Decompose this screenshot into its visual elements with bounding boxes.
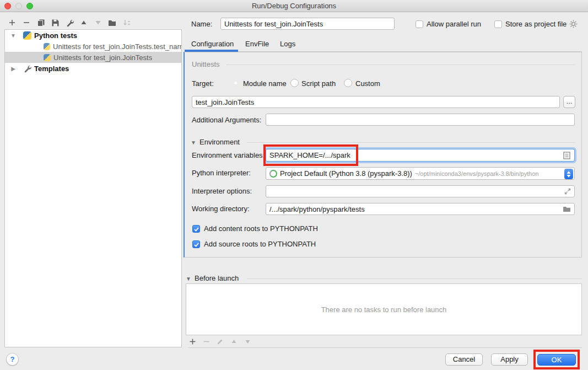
save-configuration-icon[interactable] [51, 18, 60, 27]
tree-item-templates[interactable]: ▶ Templates [5, 63, 181, 74]
section-separator [226, 65, 575, 65]
radio-script-path[interactable] [290, 79, 299, 87]
working-directory-input[interactable] [266, 203, 575, 215]
tree-item-label: Unittests for test_join.JoinTests [53, 53, 152, 62]
move-up-icon[interactable] [79, 18, 88, 27]
window-title: Run/Debug Configurations [0, 2, 588, 10]
add-task-icon[interactable] [188, 337, 197, 346]
module-name-input[interactable] [192, 96, 560, 108]
configurations-tree: ▼ Python tests Unittests for test_join.J… [4, 29, 182, 347]
add-source-roots-checkbox[interactable] [192, 240, 200, 248]
python-interpreter-path: ~/opt/miniconda3/envs/pyspark-3.8/bin/py… [415, 170, 539, 177]
tree-item-unittests-jointests-selected[interactable]: Unittests for test_join.JoinTests [5, 52, 181, 63]
python-test-icon [44, 43, 50, 50]
interpreter-options-input[interactable] [266, 185, 575, 197]
new-folder-icon[interactable] [108, 18, 117, 27]
section-separator [247, 142, 575, 143]
interpreter-options-label: Interpreter options: [192, 187, 252, 195]
radio-module-name-label[interactable]: Module name [243, 79, 287, 88]
sort-configurations-icon [122, 18, 131, 27]
move-task-down-icon [243, 337, 252, 346]
edit-templates-icon[interactable] [65, 18, 74, 27]
tab-configuration[interactable]: Configuration [191, 40, 234, 48]
expand-field-icon[interactable] [564, 188, 571, 195]
allow-parallel-run-label[interactable]: Allow parallel run [427, 20, 481, 28]
collapsed-arrow-icon[interactable]: ▶ [10, 66, 17, 72]
expanded-arrow-icon[interactable]: ▼ [10, 33, 17, 39]
before-launch-collapse-icon[interactable]: ▼ [186, 276, 191, 282]
radio-custom-label[interactable]: Custom [355, 79, 380, 88]
add-source-roots-label[interactable]: Add source roots to PYTHONPATH [204, 240, 316, 248]
title-bar: Run/Debug Configurations [0, 0, 588, 12]
python-interpreter-label: Python interpreter: [192, 169, 251, 177]
add-icon[interactable] [8, 18, 17, 27]
configurations-toolbar [8, 18, 131, 27]
remove-task-icon [202, 337, 211, 346]
tree-item-label: Python tests [34, 31, 77, 40]
tree-item-label: Templates [34, 65, 69, 73]
environment-section-title: Environment [199, 138, 240, 146]
before-launch-section-title: Before launch [195, 274, 239, 282]
target-label: Target: [192, 79, 214, 88]
name-input[interactable] [220, 18, 395, 30]
working-directory-label: Working directory: [192, 205, 250, 213]
tree-item-python-tests[interactable]: ▼ Python tests [5, 30, 181, 41]
move-down-icon [94, 18, 103, 27]
name-label: Name: [191, 20, 212, 28]
tab-logs[interactable]: Logs [280, 40, 295, 48]
copy-configuration-icon[interactable] [36, 18, 45, 27]
allow-parallel-run-checkbox[interactable] [416, 20, 423, 28]
store-as-project-file-checkbox[interactable] [494, 20, 502, 28]
conda-environment-icon [269, 170, 277, 178]
additional-arguments-label: Additional Arguments: [192, 116, 261, 124]
tab-envfile[interactable]: EnvFile [245, 40, 269, 48]
add-content-roots-checkbox[interactable] [192, 225, 200, 233]
environment-variables-input[interactable] [266, 149, 575, 162]
cancel-button[interactable]: Cancel [445, 353, 483, 366]
radio-script-path-label[interactable]: Script path [301, 79, 336, 88]
ok-button[interactable]: OK [537, 354, 576, 366]
browse-button[interactable]: ... [563, 96, 575, 108]
environment-variables-label: Environment variables: [192, 151, 265, 159]
python-tests-icon [23, 31, 31, 40]
python-interpreter-select[interactable]: Project Default (Python 3.8 (pyspark-3.8… [266, 167, 575, 180]
folder-icon[interactable] [563, 206, 571, 212]
before-launch-toolbar [188, 337, 582, 348]
tree-item-unittests-test-narrow[interactable]: Unittests for test_join.JoinTests.test_n… [5, 41, 181, 52]
section-separator [247, 278, 582, 279]
radio-custom[interactable] [344, 79, 352, 87]
combo-stepper-icon[interactable] [564, 169, 573, 179]
empty-task-list-text: There are no tasks to run before launch [321, 305, 447, 314]
add-content-roots-label[interactable]: Add content roots to PYTHONPATH [204, 224, 318, 233]
python-test-icon [44, 54, 51, 61]
templates-wrench-icon [23, 65, 31, 73]
move-task-up-icon [229, 337, 238, 346]
python-interpreter-value: Project Default (Python 3.8 (pyspark-3.8… [280, 169, 412, 178]
before-launch-task-list[interactable]: There are no tasks to run before launch [186, 283, 582, 335]
edit-variables-icon[interactable] [563, 152, 570, 159]
store-as-project-file-label[interactable]: Store as project file [505, 20, 567, 28]
edit-task-icon [215, 337, 224, 346]
gear-icon[interactable] [569, 19, 578, 29]
additional-arguments-input[interactable] [266, 114, 575, 126]
tree-item-label: Unittests for test_join.JoinTests.test_n… [53, 42, 181, 51]
unittests-section-title: Unittests [192, 60, 220, 68]
environment-collapse-icon[interactable]: ▼ [191, 140, 196, 146]
remove-icon[interactable] [22, 18, 31, 27]
help-button[interactable]: ? [6, 353, 19, 366]
apply-button[interactable]: Apply [491, 353, 528, 366]
